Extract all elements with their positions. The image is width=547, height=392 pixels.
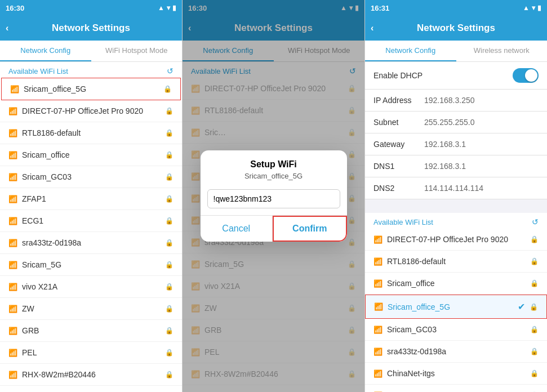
list-item[interactable]: 📶 DIRECT-07-HP OfficeJet Pro 9020 🔒 bbox=[0, 100, 182, 122]
wifi-signal-icon: 📶 bbox=[374, 302, 383, 311]
dns2-label: DNS2 bbox=[373, 184, 424, 193]
subnet-value: 255.255.255.0 bbox=[424, 118, 475, 127]
wifi-name: GRB bbox=[22, 326, 163, 335]
tab-network-config-1[interactable]: Network Config bbox=[0, 41, 91, 61]
lock-icon: 🔒 bbox=[530, 326, 539, 333]
wifi-name: Sricam_office bbox=[387, 279, 528, 288]
wifi-name: Sricam_GC03 bbox=[22, 172, 163, 181]
wifi-item-sricam5g-1[interactable]: 📶 Sricam_office_5G 🔒 bbox=[1, 78, 181, 100]
wifi-name: DIRECT-07-HP OfficeJet Pro 9020 bbox=[22, 106, 163, 115]
tab-wifi-hotspot-1[interactable]: WiFi Hotspot Mode bbox=[91, 41, 183, 61]
connected-checkmark-icon: ✔ bbox=[518, 301, 525, 312]
list-item[interactable]: 📶 sra433tz-0d198a 🔒 bbox=[0, 232, 182, 254]
phone-panel-2: 16:30 ▲ ▾ ▮ ‹ Network Settings Network C… bbox=[183, 0, 365, 392]
tab-network-config-3[interactable]: Network Config bbox=[365, 41, 456, 61]
lock-icon: 🔒 bbox=[530, 369, 539, 377]
list-item[interactable]: 📶 RHX-8W2m#B20446 🔒 bbox=[0, 364, 182, 386]
wifi-name: vivo X21A bbox=[22, 282, 163, 291]
list-item[interactable]: 📶 DIRECT-07-HP OfficeJet Pro 9020 🔒 bbox=[365, 229, 547, 251]
list-item[interactable]: 📶 Sricam_5G 🔒 bbox=[0, 254, 182, 276]
section-divider bbox=[365, 199, 547, 213]
subnet-row: Subnet 255.255.255.0 bbox=[365, 112, 547, 133]
lock-icon: 🔒 bbox=[165, 151, 174, 159]
wifi-name: ZW bbox=[22, 304, 163, 313]
wifi-signal-icon: 📶 bbox=[373, 279, 383, 288]
confirm-button[interactable]: Confirm bbox=[273, 216, 347, 242]
cancel-button[interactable]: Cancel bbox=[201, 216, 273, 242]
gateway-row: Gateway 192.168.3.1 bbox=[365, 133, 547, 155]
wifi-signal-icon: 📶 bbox=[8, 217, 17, 225]
refresh-icon-3[interactable]: ↺ bbox=[532, 217, 539, 226]
dns1-row: DNS1 192.168.3.1 bbox=[365, 155, 547, 177]
list-item[interactable]: 📶 vivo X21A 🔒 bbox=[0, 276, 182, 298]
back-button-3[interactable]: ‹ bbox=[371, 23, 373, 33]
battery-icon-3: ▮ bbox=[537, 4, 541, 12]
refresh-icon-1[interactable]: ↺ bbox=[167, 66, 174, 75]
wifi-name: Sricam_5G bbox=[22, 260, 163, 269]
wifi-name: DIRECT-07-HP OfficeJet Pro 9020 bbox=[387, 235, 528, 244]
list-item[interactable]: 📶 vivo X21A 🔒 bbox=[365, 385, 547, 392]
wifi-section-label-1: Available WiFi List ↺ bbox=[0, 62, 182, 78]
lock-icon: 🔒 bbox=[165, 107, 174, 115]
wifi-name: RTL8186-default bbox=[387, 257, 528, 266]
list-item[interactable]: 📶 ZW 🔒 bbox=[0, 298, 182, 320]
wifi-signal-icon: 📶 bbox=[8, 129, 17, 137]
lock-icon: 🔒 bbox=[165, 327, 174, 335]
wifi-name: ChinaNet-itgs bbox=[387, 369, 528, 378]
lock-icon: 🔒 bbox=[165, 195, 174, 203]
signal-icon-3: ▲ bbox=[523, 4, 530, 12]
modal-subtitle: Sricam_office_5G bbox=[201, 171, 347, 186]
list-item[interactable]: 📶 ZFAP1 🔒 bbox=[0, 188, 182, 210]
lock-icon: 🔒 bbox=[165, 371, 174, 378]
wifi-item-selected[interactable]: 📶 Sricam_office_5G ✔ 🔒 bbox=[365, 295, 547, 319]
tab-bar-1: Network Config WiFi Hotspot Mode bbox=[0, 41, 182, 62]
lock-icon: 🔒 bbox=[165, 217, 174, 225]
list-item[interactable]: 📶 ChinaNet-itgs 🔒 bbox=[365, 363, 547, 385]
wifi-password-input[interactable] bbox=[207, 189, 340, 208]
ip-label: IP Address bbox=[373, 96, 424, 105]
list-item[interactable]: 📶 ECG1 🔒 bbox=[0, 210, 182, 232]
setup-wifi-modal: Setup WiFi Sricam_office_5G Cancel Confi… bbox=[201, 150, 347, 242]
wifi-signal-icon: 📶 bbox=[8, 261, 17, 269]
ip-address-row: IP Address 192.168.3.250 bbox=[365, 90, 547, 112]
wifi-signal-icon: 📶 bbox=[373, 348, 383, 356]
modal-input-wrap bbox=[201, 186, 347, 215]
lock-icon: 🔒 bbox=[165, 305, 174, 313]
wifi-signal-icon: 📶 bbox=[373, 369, 383, 378]
status-icons-1: ▲ ▾ ▮ bbox=[158, 4, 176, 12]
gateway-label: Gateway bbox=[373, 140, 424, 149]
lock-icon: 🔒 bbox=[165, 349, 174, 357]
lock-icon: 🔒 bbox=[163, 85, 172, 93]
dhcp-toggle[interactable] bbox=[513, 68, 539, 83]
status-icons-3: ▲ ▾ ▮ bbox=[523, 4, 541, 12]
list-item[interactable]: 📶 RTL8186-default 🔒 bbox=[0, 122, 182, 144]
list-item[interactable]: 📶 GRB 🔒 bbox=[0, 320, 182, 342]
list-item[interactable]: 📶 RTL8186-default 🔒 bbox=[365, 251, 547, 273]
back-button-1[interactable]: ‹ bbox=[6, 23, 8, 33]
list-item[interactable]: 📶 PEL 🔒 bbox=[0, 342, 182, 364]
lock-icon: 🔒 bbox=[165, 129, 174, 137]
gateway-value: 192.168.3.1 bbox=[424, 140, 466, 149]
list-item[interactable]: 📶 Sricam_GC03 🔒 bbox=[0, 166, 182, 188]
tab-bar-3: Network Config Wireless network bbox=[365, 41, 547, 62]
list-item[interactable]: 📶 Sricam_office 🔒 bbox=[365, 273, 547, 295]
ip-value: 192.168.3.250 bbox=[424, 96, 475, 105]
wifi-signal-icon: 📶 bbox=[8, 283, 17, 291]
wifi-signal-icon: 📶 bbox=[8, 107, 17, 115]
lock-icon: 🔒 bbox=[530, 303, 538, 311]
wifi-name: Sricam_office bbox=[22, 150, 163, 159]
modal-buttons: Cancel Confirm bbox=[201, 215, 347, 242]
dns1-value: 192.168.3.1 bbox=[424, 162, 466, 171]
tab-wireless-network-3[interactable]: Wireless network bbox=[456, 41, 548, 61]
header-3: ‹ Network Settings bbox=[365, 16, 547, 41]
list-item[interactable]: 📶 Sricam_office 🔒 bbox=[0, 144, 182, 166]
list-item[interactable]: 📶 sra433tz-0d198a 🔒 bbox=[365, 341, 547, 363]
subnet-label: Subnet bbox=[373, 118, 424, 127]
wifi-signal-icon: 📶 bbox=[373, 326, 383, 334]
list-item[interactable]: 📶 Sricam_GC03 🔒 bbox=[365, 319, 547, 341]
wifi-list-3: 📶 DIRECT-07-HP OfficeJet Pro 9020 🔒 📶 RT… bbox=[365, 229, 547, 392]
config-section: Enable DHCP IP Address 192.168.3.250 Sub… bbox=[365, 62, 547, 392]
wifi-signal-icon: 📶 bbox=[10, 85, 19, 93]
lock-icon: 🔒 bbox=[165, 173, 174, 181]
lock-icon: 🔒 bbox=[530, 257, 539, 265]
